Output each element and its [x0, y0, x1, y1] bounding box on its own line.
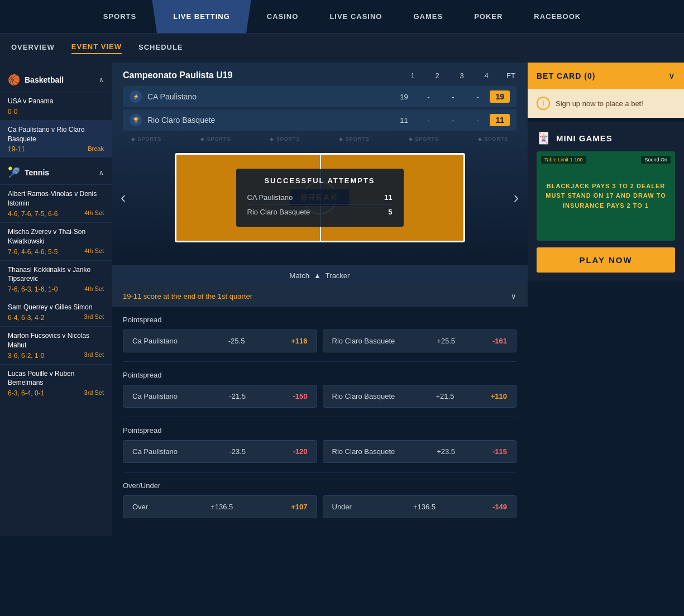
sub-navigation: OVERVIEW EVENT VIEW SCHEDULE — [0, 34, 684, 63]
bet-type-3: Pointspread — [123, 426, 516, 434]
nav-games[interactable]: GAMES — [398, 0, 458, 34]
bet-row-2: Ca Paulistano -21.5 -150 Rio Claro Basqu… — [123, 385, 516, 408]
score-note-chevron-icon: ∨ — [511, 292, 516, 300]
bet-odds: -115 — [492, 447, 507, 456]
score-note[interactable]: 19-11 score at the end of the 1st quarte… — [112, 286, 528, 307]
watermarks: ◆ SPORTS ◆ SPORTS ◆ SPORTS ◆ SPORTS ◆ SP… — [112, 136, 528, 142]
bet-card[interactable]: Rio Claro Basquete +23.5 -115 — [323, 440, 517, 463]
nav-live-casino[interactable]: LIVE CASINO — [314, 0, 398, 34]
list-item[interactable]: Mischa Zverev v Thai-Son Kwiatkowski 7-6… — [0, 222, 112, 260]
sidebar-tennis-header[interactable]: 🎾 Tennis ∧ — [0, 161, 112, 184]
tracker-icon: ▲ — [314, 271, 321, 280]
bet-spread: -23.5 — [229, 447, 246, 456]
bet-spread: +136.5 — [413, 503, 436, 511]
match-name: USA v Panama — [8, 97, 104, 106]
match-status: 3rd Set — [84, 389, 104, 396]
bet-card[interactable]: Ca Paulistano -23.5 -120 — [123, 440, 317, 463]
nav-sports[interactable]: SPORTS — [88, 0, 152, 34]
nav-live-betting[interactable]: LIVE BETTING — [152, 0, 251, 34]
period-3: 3 — [456, 71, 467, 80]
match-name: Thanasi Kokkinakis v Janko Tipsarevic — [8, 265, 104, 284]
team-1-p4: - — [472, 93, 483, 101]
match-score: 7-6, 4-6, 4-6, 5-5 — [8, 248, 58, 256]
match-status: 3rd Set — [84, 313, 104, 320]
list-item[interactable]: Marton Fucsovics v Nicolas Mahut 3-6, 6-… — [0, 326, 112, 364]
content-area: Campeonato Paulista U19 1 2 3 4 FT ⚡ CA … — [112, 63, 528, 536]
subnav-schedule[interactable]: SCHEDULE — [138, 43, 183, 54]
match-name: Mischa Zverev v Thai-Son Kwiatkowski — [8, 227, 104, 246]
sound-on-label: Sound On — [641, 156, 671, 164]
sidebar-basketball-header[interactable]: 🏀 Basketball ∧ — [0, 68, 112, 92]
bet-row-1: Ca Paulistano -25.5 +116 Rio Claro Basqu… — [123, 330, 516, 352]
bet-card-title: BET CARD (0) — [537, 71, 595, 80]
prev-arrow[interactable]: ‹ — [121, 189, 126, 207]
list-item[interactable]: Thanasi Kokkinakis v Janko Tipsarevic 7-… — [0, 260, 112, 298]
list-item[interactable]: Sam Querrey v Gilles Simon 6-4, 6-3, 4-2… — [0, 298, 112, 326]
match-score: 4-6, 7-6, 7-5, 6-6 — [8, 210, 58, 218]
subnav-overview[interactable]: OVERVIEW — [11, 43, 55, 54]
nav-poker[interactable]: POKER — [458, 0, 518, 34]
bet-spread: -21.5 — [229, 392, 246, 400]
mini-games-section: 🃏 MINI GAMES Table Limit 1-100 Sound On … — [528, 122, 684, 281]
section-divider — [123, 472, 516, 472]
info-icon: i — [537, 97, 550, 110]
play-now-button[interactable]: PLAY NOW — [537, 247, 675, 273]
match-score: 6-4, 6-3, 4-2 — [8, 314, 44, 322]
bet-card[interactable]: Rio Claro Basquete +21.5 +110 — [323, 385, 517, 408]
bet-card-chevron-icon: ∨ — [668, 70, 675, 81]
match-status: 3rd Set — [84, 351, 104, 358]
cards-icon: 🃏 — [537, 131, 551, 145]
team-1-final: 19 — [490, 90, 510, 103]
bet-spread: +136.5 — [211, 503, 233, 511]
match-name: Lucas Pouille v Ruben Bemelmans — [8, 369, 104, 388]
tennis-label: Tennis — [25, 168, 49, 177]
bet-team: Ca Paulistano — [132, 447, 178, 456]
nav-casino[interactable]: CASINO — [251, 0, 314, 34]
team-1-name: CA Paulistano — [147, 92, 398, 101]
list-item[interactable]: Lucas Pouille v Ruben Bemelmans 6-3, 6-4… — [0, 364, 112, 402]
score-note-text: 19-11 score at the end of the 1st quarte… — [123, 292, 252, 300]
match-tracker-bar[interactable]: Match ▲ Tracker — [112, 265, 528, 286]
bet-card[interactable]: Ca Paulistano -21.5 -150 — [123, 385, 317, 408]
team-1-icon: ⚡ — [130, 90, 142, 103]
basketball-label: Basketball — [25, 75, 64, 84]
stat-value-1: 11 — [376, 193, 393, 202]
bet-card[interactable]: Ca Paulistano -25.5 +116 — [123, 330, 317, 352]
main-layout: 🏀 Basketball ∧ USA v Panama 0-0 Ca Pauli… — [0, 63, 684, 536]
match-score: 0-0 — [8, 108, 104, 116]
bet-card-header[interactable]: BET CARD (0) ∨ — [528, 63, 684, 89]
match-status: Break — [88, 145, 104, 152]
match-score: 6-3, 6-4, 0-1 — [8, 389, 44, 397]
stats-overlay: SUCCESSFUL ATTEMPTS CA Paulistano 11 Rio… — [236, 169, 404, 227]
match-status: 4th Set — [84, 209, 104, 216]
nav-racebook[interactable]: RACEBOOK — [518, 0, 596, 34]
live-video: ◆ SPORTS ◆ SPORTS ◆ SPORTS ◆ SPORTS ◆ SP… — [112, 131, 528, 265]
list-item[interactable]: Ca Paulistano v Rio Claro Basquete 19-11… — [0, 120, 112, 158]
mini-games-label: MINI GAMES — [556, 133, 613, 143]
next-arrow[interactable]: › — [514, 189, 519, 207]
stat-team-1: CA Paulistano — [247, 193, 376, 202]
bet-card[interactable]: Under +136.5 -149 — [323, 495, 517, 518]
scoreboard: Campeonato Paulista U19 1 2 3 4 FT ⚡ CA … — [112, 63, 528, 131]
list-item[interactable]: Albert Ramos-Vinolas v Denis Istomin 4-6… — [0, 184, 112, 222]
tennis-chevron-icon: ∧ — [99, 169, 104, 176]
signup-note: i Sign up now to place a bet! — [528, 89, 684, 118]
stat-value-2: 5 — [376, 208, 393, 216]
bet-card[interactable]: Over +136.5 +107 — [123, 495, 317, 518]
team-1-row: ⚡ CA Paulistano 19 - - - 19 — [123, 86, 516, 107]
tracker-match-label: Match — [290, 271, 309, 280]
bet-odds: -120 — [293, 447, 307, 456]
match-score: 19-11 — [8, 145, 25, 153]
mini-games-title: 🃏 MINI GAMES — [537, 131, 675, 145]
bet-team: Rio Claro Basquete — [332, 392, 395, 400]
bet-card[interactable]: Rio Claro Basquete +25.5 -161 — [323, 330, 517, 352]
subnav-event-view[interactable]: EVENT VIEW — [71, 42, 122, 54]
bet-odds: +116 — [291, 337, 307, 345]
bet-row-3: Ca Paulistano -23.5 -120 Rio Claro Basqu… — [123, 440, 516, 463]
tennis-icon: 🎾 — [8, 166, 20, 179]
list-item[interactable]: USA v Panama 0-0 — [0, 92, 112, 120]
basketball-icon: 🏀 — [8, 74, 20, 86]
bet-team: Rio Claro Basquete — [332, 337, 395, 345]
period-1: 1 — [407, 71, 418, 80]
right-panel: BET CARD (0) ∨ i Sign up now to place a … — [528, 63, 684, 536]
